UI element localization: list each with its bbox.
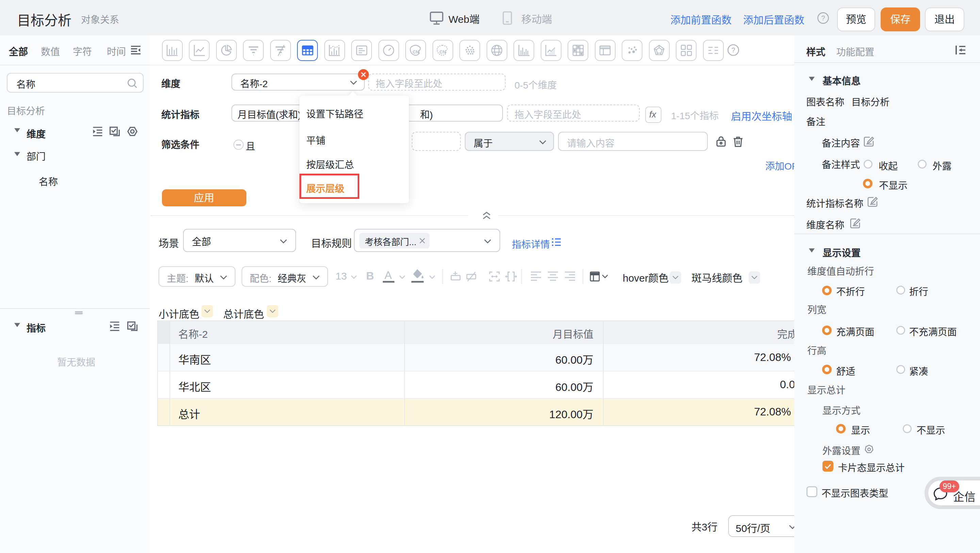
svg-text:CN: CN xyxy=(412,49,419,54)
svg-text:CN: CN xyxy=(440,49,446,54)
svg-text:?: ? xyxy=(821,14,825,22)
svg-text:?: ? xyxy=(731,46,735,54)
